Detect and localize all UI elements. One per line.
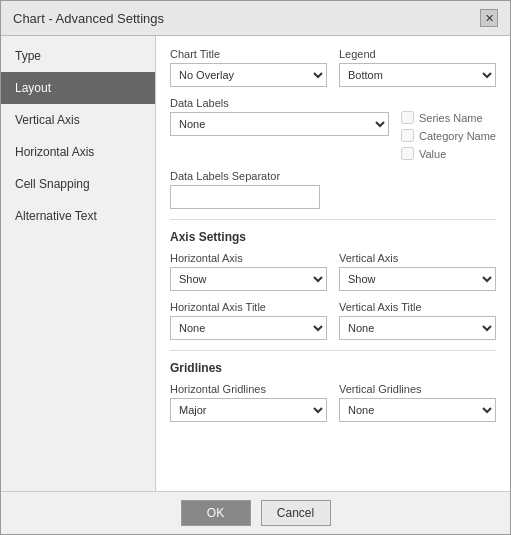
sidebar-item-cell-snapping[interactable]: Cell Snapping	[1, 168, 155, 200]
vertical-axis-title-label: Vertical Axis Title	[339, 301, 496, 313]
horizontal-gridlines-field: Horizontal Gridlines Major Minor Both No…	[170, 383, 327, 422]
sidebar-item-horizontal-axis[interactable]: Horizontal Axis	[1, 136, 155, 168]
series-name-label: Series Name	[419, 112, 483, 124]
footer: OK Cancel	[1, 491, 510, 534]
sidebar: Type Layout Vertical Axis Horizontal Axi…	[1, 36, 156, 491]
data-labels-separator-input[interactable]	[170, 185, 320, 209]
horizontal-axis-field: Horizontal Axis Show Hide	[170, 252, 327, 291]
vertical-gridlines-label: Vertical Gridlines	[339, 383, 496, 395]
data-labels-separator-row: Data Labels Separator	[170, 170, 496, 209]
checkboxes-area: Series Name Category Name Value	[401, 97, 496, 160]
value-checkbox[interactable]	[401, 147, 414, 160]
axis-row: Horizontal Axis Show Hide Vertical Axis …	[170, 252, 496, 291]
data-labels-label: Data Labels	[170, 97, 389, 109]
sidebar-item-alternative-text[interactable]: Alternative Text	[1, 200, 155, 232]
data-labels-field: Data Labels None Show Hide	[170, 97, 389, 160]
vertical-axis-label: Vertical Axis	[339, 252, 496, 264]
close-icon: ✕	[485, 12, 494, 25]
data-labels-separator-label: Data Labels Separator	[170, 170, 496, 182]
horizontal-axis-label: Horizontal Axis	[170, 252, 327, 264]
data-labels-separator-field: Data Labels Separator	[170, 170, 496, 209]
chart-title-legend-row: Chart Title No Overlay Above Chart Below…	[170, 48, 496, 87]
category-name-checkbox-row: Category Name	[401, 129, 496, 142]
dialog: Chart - Advanced Settings ✕ Type Layout …	[0, 0, 511, 535]
sidebar-item-vertical-axis[interactable]: Vertical Axis	[1, 104, 155, 136]
sidebar-item-type[interactable]: Type	[1, 40, 155, 72]
vertical-axis-title-select[interactable]: None Show	[339, 316, 496, 340]
vertical-axis-title-field: Vertical Axis Title None Show	[339, 301, 496, 340]
horizontal-axis-title-field: Horizontal Axis Title None Show	[170, 301, 327, 340]
value-checkbox-row: Value	[401, 147, 496, 160]
cancel-button[interactable]: Cancel	[261, 500, 331, 526]
divider1	[170, 219, 496, 220]
vertical-axis-select[interactable]: Show Hide	[339, 267, 496, 291]
horizontal-axis-title-label: Horizontal Axis Title	[170, 301, 327, 313]
vertical-gridlines-field: Vertical Gridlines None Major Minor Both	[339, 383, 496, 422]
legend-label: Legend	[339, 48, 496, 60]
close-button[interactable]: ✕	[480, 9, 498, 27]
data-labels-select[interactable]: None Show Hide	[170, 112, 389, 136]
chart-title-field: Chart Title No Overlay Above Chart Below…	[170, 48, 327, 87]
series-name-checkbox[interactable]	[401, 111, 414, 124]
horizontal-gridlines-label: Horizontal Gridlines	[170, 383, 327, 395]
vertical-gridlines-select[interactable]: None Major Minor Both	[339, 398, 496, 422]
horizontal-gridlines-select[interactable]: Major Minor Both None	[170, 398, 327, 422]
dialog-body: Type Layout Vertical Axis Horizontal Axi…	[1, 36, 510, 491]
chart-title-select[interactable]: No Overlay Above Chart Below Chart	[170, 63, 327, 87]
axis-settings-title: Axis Settings	[170, 230, 496, 244]
main-content: Chart Title No Overlay Above Chart Below…	[156, 36, 510, 491]
value-label: Value	[419, 148, 446, 160]
horizontal-axis-select[interactable]: Show Hide	[170, 267, 327, 291]
dialog-title: Chart - Advanced Settings	[13, 11, 164, 26]
series-name-checkbox-row: Series Name	[401, 111, 496, 124]
gridlines-row: Horizontal Gridlines Major Minor Both No…	[170, 383, 496, 422]
legend-field: Legend Bottom Top Left Right None	[339, 48, 496, 87]
ok-button[interactable]: OK	[181, 500, 251, 526]
horizontal-axis-title-select[interactable]: None Show	[170, 316, 327, 340]
category-name-label: Category Name	[419, 130, 496, 142]
data-labels-row: Data Labels None Show Hide Series Name C…	[170, 97, 496, 160]
sidebar-item-layout[interactable]: Layout	[1, 72, 155, 104]
chart-title-label: Chart Title	[170, 48, 327, 60]
legend-select[interactable]: Bottom Top Left Right None	[339, 63, 496, 87]
divider2	[170, 350, 496, 351]
vertical-axis-field: Vertical Axis Show Hide	[339, 252, 496, 291]
category-name-checkbox[interactable]	[401, 129, 414, 142]
gridlines-title: Gridlines	[170, 361, 496, 375]
titlebar: Chart - Advanced Settings ✕	[1, 1, 510, 36]
axis-title-row: Horizontal Axis Title None Show Vertical…	[170, 301, 496, 340]
